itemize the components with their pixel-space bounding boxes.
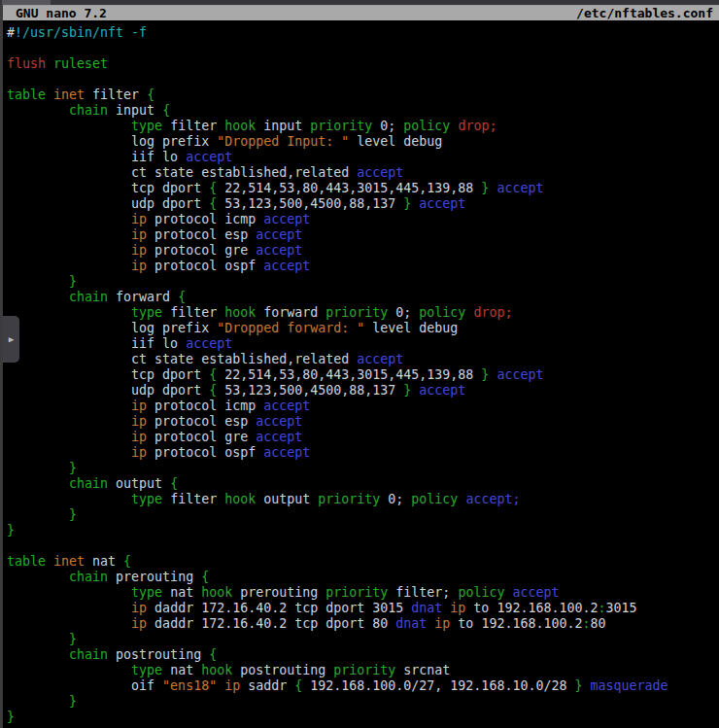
code-line: udp dport { 53,123,500,4500,88,137 } acc…: [7, 196, 719, 212]
code-line: }: [7, 523, 719, 538]
code-line: iif lo accept: [7, 150, 719, 165]
code-line: ip daddr 172.16.40.2 tcp dport 80 dnat i…: [7, 616, 719, 632]
code-line: flush ruleset: [7, 56, 719, 72]
code-line: ip protocol esp accept: [7, 414, 719, 430]
editor-content[interactable]: #!/usr/sbin/nft -fflush rulesettable ine…: [7, 25, 719, 728]
code-line: type filter hook forward priority 0; pol…: [7, 305, 719, 321]
code-line: ip protocol esp accept: [7, 227, 719, 243]
code-line: type nat hook postrouting priority srcna…: [7, 663, 719, 678]
file-path: /etc/nftables.conf: [576, 6, 713, 20]
nano-version-title: GNU nano 7.2: [16, 6, 107, 20]
code-line: ip protocol gre accept: [7, 243, 719, 259]
code-line: tcp dport { 22,514,53,80,443,3015,445,13…: [7, 181, 719, 196]
code-line: udp dport { 53,123,500,4500,88,137 } acc…: [7, 383, 719, 399]
code-line: ct state established,related accept: [7, 352, 719, 367]
code-line: chain output {: [7, 476, 719, 492]
code-line: ip daddr 172.16.40.2 tcp dport 3015 dnat…: [7, 601, 719, 616]
code-line: ip protocol ospf accept: [7, 445, 719, 461]
expand-arrow-icon: ▶: [9, 335, 14, 344]
code-line: chain input {: [7, 103, 719, 119]
code-line: [7, 538, 719, 554]
code-line: }: [7, 694, 719, 710]
code-line: ip protocol icmp accept: [7, 399, 719, 414]
code-line: table inet nat {: [7, 554, 719, 570]
code-line: }: [7, 461, 719, 476]
code-line: log prefix "Dropped Input: " level debug: [7, 134, 719, 150]
code-line: [7, 41, 719, 56]
code-line: [7, 72, 719, 87]
side-panel-toggle[interactable]: ▶: [3, 316, 19, 363]
code-line: chain forward {: [7, 290, 719, 305]
code-line: }: [7, 274, 719, 290]
code-line: type filter hook output priority 0; poli…: [7, 492, 719, 507]
code-line: table inet filter {: [7, 87, 719, 103]
code-line: log prefix "Dropped forward: " level deb…: [7, 321, 719, 336]
code-line: ip protocol gre accept: [7, 430, 719, 445]
code-line: type nat hook prerouting priority filter…: [7, 585, 719, 601]
code-line: ip protocol ospf accept: [7, 259, 719, 274]
window-left-border: [0, 5, 3, 728]
code-line: }: [7, 710, 719, 725]
code-line: chain prerouting {: [7, 570, 719, 585]
code-line: ct state established,related accept: [7, 165, 719, 181]
code-line: ip protocol icmp accept: [7, 212, 719, 227]
code-line: }: [7, 632, 719, 647]
code-line: #!/usr/sbin/nft -f: [7, 25, 719, 41]
nano-titlebar: GNU nano 7.2 /etc/nftables.conf: [0, 5, 719, 20]
code-line: tcp dport { 22,514,53,80,443,3015,445,13…: [7, 367, 719, 383]
code-line: oif "ens18" ip saddr { 192.168.100.0/27,…: [7, 678, 719, 694]
code-line: type filter hook input priority 0; polic…: [7, 119, 719, 134]
code-line: iif lo accept: [7, 336, 719, 352]
code-line: chain postrouting {: [7, 647, 719, 663]
code-line: }: [7, 507, 719, 523]
